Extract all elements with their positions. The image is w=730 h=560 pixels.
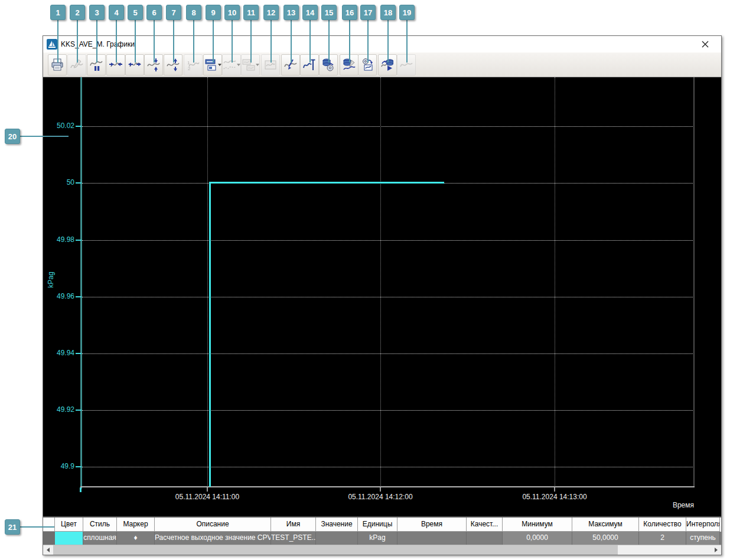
row-selector-header <box>43 518 55 532</box>
callout-badge-9: 9 <box>206 5 221 20</box>
x-origin-tick <box>80 487 82 492</box>
scroll-left-button[interactable] <box>43 545 53 555</box>
x-tick <box>207 487 208 492</box>
x-axis-line <box>80 486 695 487</box>
cell-minimum: 0,0000 <box>503 532 572 545</box>
trend-window: KKS_AVE_M. Графики <box>43 35 722 555</box>
callout-badge-13: 13 <box>283 5 299 20</box>
y-tick-label: 49.92 <box>45 405 74 414</box>
title-bar[interactable]: KKS_AVE_M. Графики <box>43 36 721 53</box>
plot-right-border <box>693 77 695 487</box>
svg-text:2: 2 <box>188 66 191 71</box>
header-interpolation[interactable]: Интерполя <box>686 518 720 532</box>
v-gridline <box>380 77 381 487</box>
callout-leader-line <box>349 20 350 63</box>
y-tick-label: 49.94 <box>45 349 74 357</box>
callout-badge-5: 5 <box>128 5 143 20</box>
callout-badge-16: 16 <box>342 5 357 20</box>
row-selector[interactable] <box>43 532 55 545</box>
cell-value <box>316 532 358 545</box>
callout-badge-21: 21 <box>5 519 20 535</box>
y-axis-line <box>80 77 82 489</box>
h-gridline <box>82 126 694 127</box>
header-maximum[interactable]: Максимум <box>572 518 639 532</box>
panels-icon <box>204 58 217 71</box>
app-icon <box>47 39 57 50</box>
trend-line-horizontal-segment <box>209 182 444 184</box>
chevron-right-icon <box>715 548 718 552</box>
header-value[interactable]: Значение <box>316 518 358 532</box>
header-marker[interactable]: Маркер <box>117 518 155 532</box>
callout-leader-line <box>173 20 174 63</box>
callout-badge-19: 19 <box>399 5 415 20</box>
callout-leader-line <box>309 20 311 63</box>
dropdown-arrow-icon <box>218 64 221 66</box>
callout-badge-11: 11 <box>243 5 259 20</box>
v-gridline <box>555 77 555 487</box>
callout-leader-line <box>250 20 252 63</box>
header-minimum[interactable]: Минимум <box>503 518 572 532</box>
callout-leader-line <box>154 20 155 63</box>
callout-leader-line <box>232 20 233 63</box>
callout-badge-20: 20 <box>5 129 20 144</box>
legend-data-row[interactable]: сплошная ♦ Расчетное выходное значение C… <box>43 532 721 545</box>
cell-quality <box>467 532 503 545</box>
curves-list-icon <box>223 58 236 71</box>
h-gridline <box>82 353 694 354</box>
y-tick <box>76 410 82 411</box>
svg-text:1: 1 <box>187 60 190 66</box>
close-icon <box>702 41 709 48</box>
callout-badge-12: 12 <box>263 5 279 20</box>
callout-leader-line <box>271 20 272 63</box>
callout-badge-18: 18 <box>380 5 396 20</box>
header-quality[interactable]: Качест... <box>467 518 503 532</box>
y-tick <box>76 296 82 297</box>
cell-marker: ♦ <box>117 532 155 545</box>
callout-leader-line <box>116 20 117 63</box>
x-axis-title: Время <box>635 501 694 509</box>
x-tick <box>554 487 555 492</box>
cell-time <box>397 532 467 545</box>
callout-leader-line <box>96 20 97 63</box>
legend-header-row: Цвет Стиль Маркер Описание Имя Значение … <box>43 518 721 532</box>
callout-leader-line <box>406 20 408 63</box>
toolbar: 1 2 <box>43 53 721 77</box>
callout-leader-line <box>328 20 330 63</box>
header-time[interactable]: Время <box>397 518 467 532</box>
callout-leader-line <box>213 20 214 63</box>
cell-style: сплошная <box>83 532 117 545</box>
scrollbar-thumb[interactable] <box>53 545 618 555</box>
dropdown-arrow-icon <box>237 64 240 66</box>
chart-plot-area[interactable]: kPag 50.02 50 49.98 49.96 49.94 49.92 49… <box>43 77 721 516</box>
callout-badge-17: 17 <box>360 5 376 20</box>
x-tick-label: 05.11.2024 14:12:00 <box>333 493 428 501</box>
callout-badge-10: 10 <box>224 5 240 20</box>
y-tick <box>76 240 82 241</box>
header-name[interactable]: Имя <box>271 518 316 532</box>
horizontal-scrollbar[interactable] <box>43 545 721 555</box>
header-color[interactable]: Цвет <box>55 518 83 532</box>
header-style[interactable]: Стиль <box>83 518 117 532</box>
legend-table: Цвет Стиль Маркер Описание Имя Значение … <box>43 516 721 555</box>
y-tick-label: 50 <box>45 178 74 186</box>
h-gridline <box>82 410 694 411</box>
callout-badge-4: 4 <box>109 5 124 20</box>
callout-badge-8: 8 <box>186 5 201 20</box>
callout-badge-3: 3 <box>89 5 105 20</box>
cell-maximum: 50,0000 <box>572 532 639 545</box>
dropdown-arrow-icon <box>256 64 259 66</box>
header-description[interactable]: Описание <box>155 518 271 532</box>
h-gridline <box>82 240 694 241</box>
close-button[interactable] <box>696 38 714 51</box>
window-title: KKS_AVE_M. Графики <box>61 40 135 48</box>
tiled-trends-icon <box>242 58 255 71</box>
y-tick-label: 49.96 <box>45 292 74 300</box>
header-count[interactable]: Количество <box>639 518 686 532</box>
header-units[interactable]: Единицы <box>358 518 397 532</box>
x-tick-label: 05.11.2024 14:13:00 <box>507 493 602 501</box>
callout-leader-line <box>367 20 369 63</box>
y-tick-label: 50.02 <box>45 122 74 130</box>
y-tick <box>76 466 82 467</box>
color-swatch[interactable] <box>55 532 83 545</box>
scroll-right-button[interactable] <box>711 545 721 555</box>
